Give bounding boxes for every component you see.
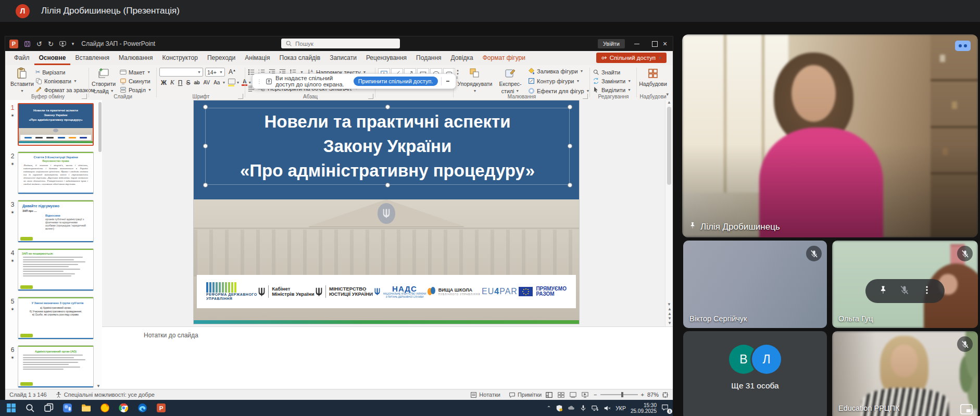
redo-icon[interactable]: ↻ (48, 41, 54, 47)
search-box[interactable]: Пошук (281, 39, 400, 48)
task-view-taskbar-icon[interactable] (43, 402, 54, 414)
volume-icon[interactable] (604, 405, 611, 412)
canvas-scrollbar[interactable]: ▲ ▼ ▲▲ ▼▼ (665, 100, 673, 327)
ribbon-tab[interactable]: Переходи (203, 51, 240, 65)
notification-center-button[interactable]: 1 (661, 404, 671, 413)
copy-button[interactable]: Копіювати▼ (35, 78, 77, 84)
scroll-up-arrow[interactable]: ▲ (667, 100, 671, 105)
start-slideshow-icon[interactable] (59, 41, 66, 47)
clipboard-dialog-launcher[interactable] (82, 94, 87, 99)
zoom-in-button[interactable]: + (641, 392, 644, 398)
ribbon-tab[interactable]: Записати (325, 51, 361, 65)
powerpoint-app-icon[interactable]: P (9, 40, 18, 48)
more-options-button[interactable] (922, 285, 932, 297)
comments-toggle-button[interactable]: Примітки (509, 392, 542, 398)
selection-handle[interactable] (203, 105, 208, 109)
video-tile-viktor[interactable]: Віктор Сергійчук (683, 241, 827, 328)
banner-drag-handle[interactable]: ⋮ (257, 79, 262, 84)
next-slide-button[interactable]: ▼▼ (668, 316, 671, 325)
bold-button[interactable]: Ж (159, 79, 168, 86)
font-name-combo[interactable]: ▼ (159, 68, 203, 77)
thumbnails-scroll-down[interactable]: ▼ (95, 384, 102, 388)
scroll-down-arrow[interactable]: ▼ (667, 302, 671, 307)
reading-view-button[interactable] (570, 392, 576, 398)
selection-handle[interactable] (203, 144, 208, 148)
selection-handle[interactable] (568, 105, 572, 109)
clock[interactable]: 15:30 25.09.2025 (631, 402, 657, 414)
addins-button[interactable]: Надбудови (638, 67, 668, 87)
ribbon-tab[interactable]: Рецензування (361, 51, 411, 65)
grow-font-button[interactable]: A▲ (227, 68, 237, 75)
edge-taskbar-icon[interactable] (136, 402, 148, 414)
minimize-button[interactable] (629, 36, 645, 51)
slide-thumbnail[interactable]: Давайте підсумуємоЗАП про ....Відносинио… (18, 200, 94, 243)
ribbon-tab[interactable]: Анімація (240, 51, 274, 65)
ribbon-tab[interactable]: Файл (9, 51, 34, 65)
font-size-combo[interactable]: 14+▼ (205, 68, 225, 77)
format-painter-button[interactable]: Формат за зразком (35, 86, 95, 93)
search-taskbar-icon[interactable] (24, 402, 35, 414)
customize-qat-icon[interactable]: ▾ (72, 42, 74, 46)
undo-icon[interactable]: ↺ (36, 41, 42, 47)
paste-button[interactable]: Вставити▼ (10, 67, 34, 94)
video-tile-others[interactable]: В Л Ще 31 особа (683, 331, 827, 416)
strikethrough-button[interactable]: S (184, 79, 192, 86)
thumbnails-scrollbar[interactable] (98, 102, 102, 152)
picture-in-picture-icon[interactable] (960, 404, 973, 414)
underline-button[interactable]: П (177, 79, 184, 86)
slideshow-view-button[interactable] (582, 392, 588, 398)
slide-thumbnail[interactable]: У Законі визначено 3 групи суб'єктіва) А… (18, 297, 94, 339)
mute-participant-icon[interactable] (899, 285, 911, 297)
banner-minimize-button[interactable] (446, 81, 449, 82)
scrollbar-thumb[interactable] (667, 107, 671, 185)
slide-thumbnail[interactable]: ЗАП не поширюється: (18, 248, 94, 291)
video-tile-main[interactable]: Лілія Дробишинець (682, 34, 978, 237)
section-button[interactable]: Розділ▼ (120, 86, 152, 93)
stop-sharing-button[interactable]: Припинити спільний доступ. (354, 77, 438, 86)
ribbon-tab[interactable]: Конструктор (157, 51, 202, 65)
reset-button[interactable]: Скинути (120, 78, 150, 84)
quick-styles-button[interactable]: Експрес- стилі▼ (496, 67, 525, 94)
slide-thumbnail[interactable]: Новели та практичні аспектиЗакону Україн… (18, 103, 94, 146)
language-indicator[interactable]: УКР (615, 405, 626, 411)
arrange-button[interactable]: Упорядкувати▼ (456, 67, 494, 94)
accessibility-status[interactable]: Спеціальні можливості: усе добре (55, 392, 155, 398)
video-tile-education[interactable]: Education РРЦПК (832, 331, 978, 416)
notes-toggle-button[interactable]: Нотатки (470, 392, 500, 398)
new-slide-button[interactable]: Створити слайд▼ (92, 67, 116, 94)
security-shield-icon[interactable]: ! (556, 405, 563, 412)
selection-handle[interactable] (385, 183, 390, 187)
zoom-slider[interactable] (600, 394, 638, 395)
ribbon-tab[interactable]: Основне (34, 51, 71, 65)
shape-outline-button[interactable]: Контур фігури▼ (528, 78, 580, 84)
character-spacing-button[interactable]: AV (202, 80, 212, 85)
explorer-taskbar-icon[interactable] (80, 402, 92, 414)
ribbon-tab[interactable]: Формат фігури (478, 51, 530, 65)
ribbon-tab[interactable]: Вставлення (70, 51, 114, 65)
italic-button[interactable]: К (169, 79, 176, 86)
save-icon[interactable] (24, 41, 31, 47)
select-button[interactable]: Виділити▼ (593, 86, 631, 93)
selection-handle[interactable] (203, 183, 208, 187)
close-button[interactable]: × (657, 36, 673, 51)
slide-sorter-view-button[interactable] (558, 392, 564, 398)
start-taskbar-icon[interactable] (5, 402, 17, 414)
highlight-button[interactable] (228, 79, 235, 86)
selection-handle[interactable] (568, 183, 572, 187)
ribbon-tab[interactable]: Довідка (446, 51, 478, 65)
paragraph-dialog-launcher[interactable] (368, 94, 373, 99)
cut-button[interactable]: ✂Вирізати (35, 69, 65, 75)
drawing-dialog-launcher[interactable] (583, 94, 588, 99)
selection-handle[interactable] (568, 144, 572, 148)
replace-button[interactable]: Замінити▼ (593, 78, 631, 84)
layout-button[interactable]: Макет▼ (120, 69, 150, 75)
widgets-taskbar-icon[interactable] (61, 402, 73, 414)
office-share-button[interactable]: Спільний доступ▼ (596, 53, 667, 63)
strikethrough2-button[interactable]: ab (192, 80, 201, 85)
chrome-taskbar-icon[interactable] (118, 402, 129, 414)
slide-thumbnail[interactable]: Стаття 3 Конституції УкраїниВерховенство… (18, 152, 94, 194)
selection-handle[interactable] (385, 105, 390, 109)
microphone-tray-icon[interactable] (580, 405, 587, 412)
ribbon-tab[interactable]: Показ слайдів (275, 51, 325, 65)
slide-thumbnail[interactable]: Адміністративний орган (АО) (18, 345, 94, 388)
